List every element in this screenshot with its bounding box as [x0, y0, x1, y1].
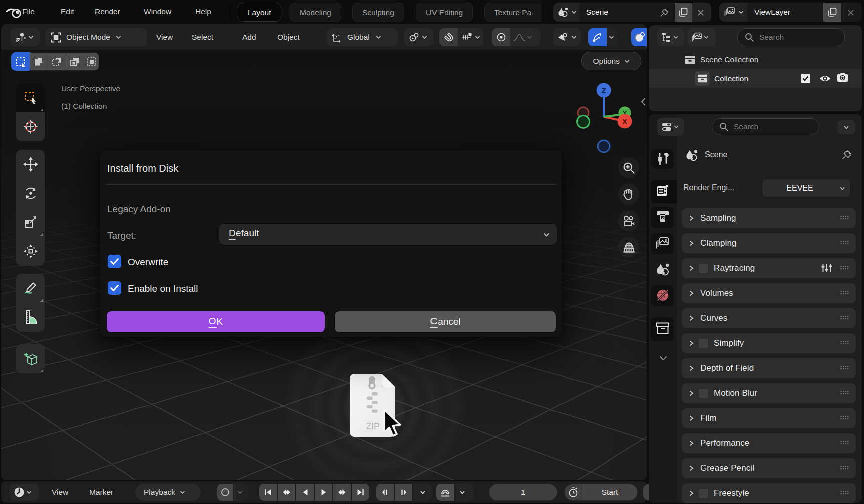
svg-text:ZIP: ZIP — [366, 421, 379, 431]
svg-text:X: X — [622, 117, 627, 126]
svg-text:Z: Z — [601, 86, 606, 95]
